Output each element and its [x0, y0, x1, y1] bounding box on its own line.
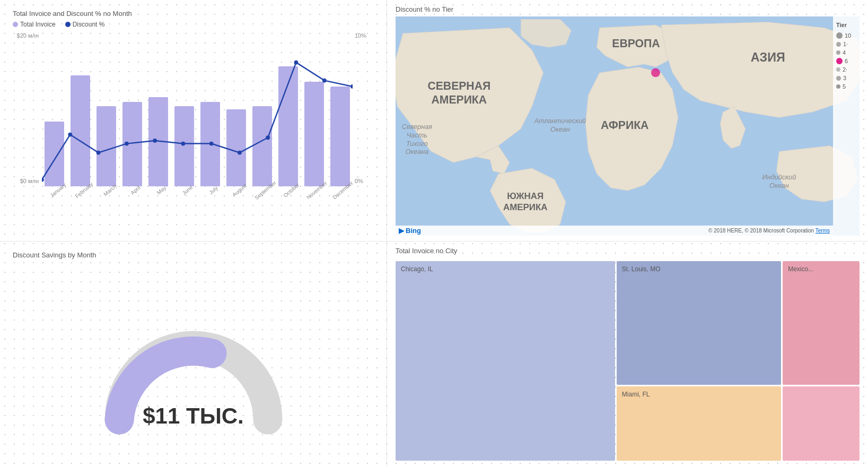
tier-10-dot — [836, 32, 843, 39]
bar-col-october — [276, 32, 301, 186]
tier-6-dot — [836, 58, 843, 64]
y-left-bot: $0 млн — [20, 178, 39, 184]
donut-value: $11 — [143, 403, 180, 428]
donut-panel: Discount Savings by Month $11 тыс. — [0, 241, 387, 466]
svg-text:АМЕРИКА: АМЕРИКА — [432, 93, 487, 106]
bar-january — [45, 122, 65, 186]
map-legend-title: Tier — [836, 22, 856, 28]
svg-text:Океана: Океана — [405, 148, 428, 156]
legend-tier-1: 1· — [836, 41, 856, 47]
map-legend: Tier 10 1· 4 6 — [833, 16, 860, 236]
bar-col-september — [250, 32, 275, 186]
svg-text:АЗИЯ: АЗИЯ — [751, 50, 785, 64]
map-copyright: © 2018 HERE, © 2018 Microsoft Corporatio… — [708, 228, 830, 234]
bing-attribution-bar: ▶ Bing © 2018 HERE, © 2018 Microsoft Cor… — [396, 226, 833, 236]
donut-title: Discount Savings by Month — [13, 251, 374, 259]
tier-5-dot — [836, 84, 840, 89]
bar-col-january — [42, 32, 67, 186]
bar-april — [122, 102, 143, 187]
bar-col-may — [146, 32, 171, 186]
bar-col-november — [302, 32, 327, 186]
y-left-top: $20 млн — [17, 32, 39, 39]
map-title: Discount % no Tier — [396, 5, 860, 13]
legend-tier-2: 2· — [836, 66, 856, 73]
tier-1-label: 1· — [843, 41, 848, 47]
tier-4-dot — [836, 50, 840, 55]
total-invoice-dot — [13, 22, 18, 27]
svg-text:Часть: Часть — [407, 132, 427, 139]
tier-10-label: 10 — [845, 32, 851, 39]
bing-arrow-icon: ▶ — [399, 227, 404, 235]
bar-col-august — [224, 32, 249, 186]
combo-chart-title: Total Invoice and Discount % no Month — [13, 10, 374, 18]
legend-tier-4: 4 — [836, 49, 856, 56]
svg-text:ЮЖНАЯ: ЮЖНАЯ — [507, 191, 543, 201]
svg-text:СЕВЕРНАЯ: СЕВЕРНАЯ — [427, 80, 490, 92]
svg-text:Индийский: Индийский — [762, 174, 796, 181]
bar-col-february — [68, 32, 93, 186]
svg-text:ЕВРОПА: ЕВРОПА — [612, 37, 660, 49]
treemap-cell-miami: Miami, FL — [617, 386, 781, 461]
terms-link[interactable]: Terms — [816, 228, 830, 234]
tier-1-dot — [836, 42, 841, 47]
bar-september — [252, 106, 273, 186]
treemap-panel: Total Invoice no City Chicago, IL St. Lo… — [387, 241, 868, 466]
legend-tier-10: 10 — [836, 32, 856, 39]
bar-august — [226, 109, 247, 186]
bar-november — [304, 82, 325, 186]
y-right-bot: 0% — [355, 178, 363, 184]
copyright-text: © 2018 HERE, © 2018 Microsoft Corporatio… — [708, 228, 814, 234]
combo-legend: Total Invoice Discount % — [13, 21, 374, 28]
legend-discount: Discount % — [65, 21, 105, 28]
y-right-top: 10% — [355, 32, 366, 39]
y-axis-right: 10% 0% — [353, 32, 374, 186]
mexico-label: Mexico... — [788, 265, 813, 273]
y-axis-left: $20 млн $0 млн — [13, 32, 42, 186]
discount-dot — [65, 22, 71, 27]
donut-container: $11 тыс. — [13, 262, 374, 461]
treemap-cell-stlouis: St. Louis, MO — [617, 261, 781, 385]
donut-center-value: $11 тыс. — [143, 403, 244, 429]
treemap-cell-mexico: Mexico... — [783, 261, 860, 385]
treemap-title: Total Invoice no City — [396, 247, 860, 255]
bar-october — [278, 66, 299, 186]
world-map-svg: СЕВЕРНАЯ АМЕРИКА ЮЖНАЯ АМЕРИКА ЕВРОПА АФ… — [396, 16, 860, 236]
treemap-container: Chicago, IL St. Louis, MO Mexico... Miam… — [396, 261, 860, 461]
bar-col-july — [198, 32, 223, 186]
svg-text:Атлантический: Атлантический — [534, 117, 586, 125]
donut-unit: тыс. — [186, 403, 244, 428]
treemap-cell-chicago: Chicago, IL — [396, 261, 615, 461]
legend-tier-3: 3 — [836, 75, 856, 81]
svg-text:Тихого: Тихого — [406, 140, 428, 148]
bar-march — [97, 106, 117, 186]
legend-tier-5: 5 — [836, 83, 856, 90]
tier-6-label: 6 — [845, 58, 848, 64]
bar-col-june — [172, 32, 197, 186]
bar-february — [71, 75, 91, 186]
bar-june — [174, 106, 195, 186]
legend-total-invoice: Total Invoice — [13, 21, 56, 28]
legend-tier-6: 6 — [836, 58, 856, 64]
bar-december — [330, 87, 350, 187]
map-container: СЕВЕРНАЯ АМЕРИКА ЮЖНАЯ АМЕРИКА ЕВРОПА АФ… — [396, 16, 860, 236]
bar-col-april — [120, 32, 145, 186]
svg-point-16 — [651, 68, 660, 77]
svg-text:АМЕРИКА: АМЕРИКА — [503, 202, 548, 212]
tier-5-label: 5 — [843, 83, 846, 90]
tier-3-label: 3 — [843, 75, 846, 81]
tier-2-label: 2· — [843, 66, 847, 73]
chicago-label: Chicago, IL — [401, 265, 433, 273]
bing-logo: ▶ Bing — [399, 227, 421, 235]
stlouis-label: St. Louis, MO — [622, 265, 661, 273]
tier-3-dot — [836, 76, 841, 81]
combo-chart-panel: Total Invoice and Discount % no Month To… — [0, 0, 387, 241]
bar-july — [200, 102, 221, 187]
bar-col-march — [94, 32, 119, 186]
dashboard: Total Invoice and Discount % no Month To… — [0, 0, 868, 466]
tier-2-dot — [836, 67, 840, 72]
bar-chart — [42, 32, 353, 186]
map-panel: Discount % no Tier — [387, 0, 868, 241]
svg-text:АФРИКА: АФРИКА — [601, 119, 648, 131]
x-axis-labels: JanuaryFebruaryMarchAprilMayJuneJulyAugu… — [42, 186, 353, 202]
bing-text: Bing — [406, 227, 421, 235]
